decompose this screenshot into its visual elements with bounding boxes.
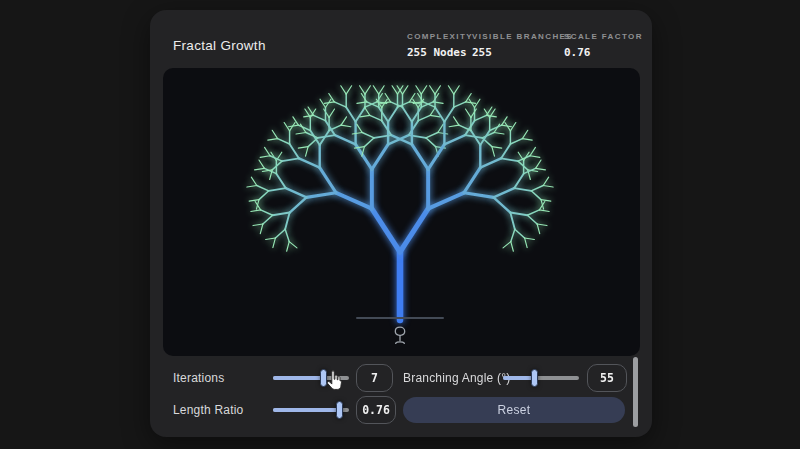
length-ratio-label: Length Ratio: [173, 403, 243, 417]
stat-visible-branches-value: 255: [472, 46, 573, 59]
stat-scale-factor: SCALE FACTOR 0.76: [564, 32, 643, 59]
fractal-canvas-area: [163, 68, 640, 356]
length-ratio-slider[interactable]: [273, 401, 349, 419]
iterations-value-box[interactable]: 7: [356, 364, 393, 392]
length-ratio-slider-fill: [273, 408, 340, 412]
iterations-label: Iterations: [173, 371, 224, 385]
stat-scale-factor-value: 0.76: [564, 46, 643, 59]
reset-button[interactable]: Reset: [403, 397, 625, 423]
branching-angle-slider-fill: [503, 376, 535, 380]
branching-angle-slider-thumb[interactable]: [531, 369, 538, 387]
tree-icon: [391, 324, 409, 346]
branching-angle-slider[interactable]: [503, 369, 579, 387]
length-ratio-value-box[interactable]: 0.76: [356, 396, 396, 424]
fractal-growth-panel: Fractal Growth COMPLEXITY 255 Nodes VISI…: [150, 10, 652, 437]
stat-scale-factor-label: SCALE FACTOR: [564, 32, 643, 41]
iterations-slider[interactable]: [273, 369, 349, 387]
fractal-canvas[interactable]: [163, 68, 640, 356]
stat-visible-branches: VISIBLE BRANCHES 255: [472, 32, 573, 59]
length-ratio-slider-thumb[interactable]: [336, 401, 343, 419]
page-title: Fractal Growth: [173, 38, 266, 53]
iterations-slider-thumb[interactable]: [320, 369, 327, 387]
scrollbar-thumb[interactable]: [633, 357, 638, 427]
stat-complexity: COMPLEXITY 255 Nodes: [407, 32, 473, 59]
iterations-slider-fill: [273, 376, 324, 380]
stat-complexity-label: COMPLEXITY: [407, 32, 473, 41]
stat-visible-branches-label: VISIBLE BRANCHES: [472, 32, 573, 41]
branching-angle-label: Branching Angle (°): [403, 371, 510, 385]
branching-angle-value-box[interactable]: 55: [587, 364, 627, 392]
page-background: Fractal Growth COMPLEXITY 255 Nodes VISI…: [0, 0, 800, 449]
ground-line: [356, 317, 444, 319]
stat-complexity-value: 255 Nodes: [407, 46, 473, 59]
